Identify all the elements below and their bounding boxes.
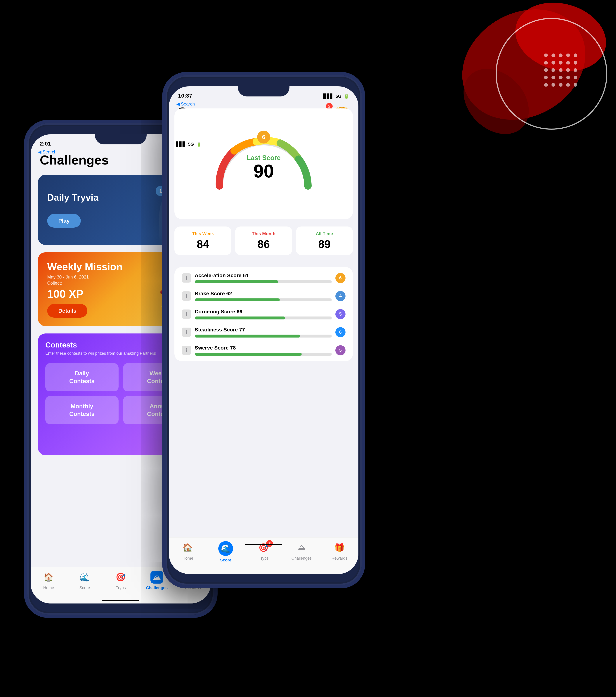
swerve-fill xyxy=(195,353,302,356)
nav-item-score[interactable]: 🌊 Score xyxy=(74,570,96,590)
this-week-value: 84 xyxy=(178,238,228,251)
score-gauge-container: 6 Last Score 90 xyxy=(175,108,353,219)
left-notch xyxy=(95,134,147,145)
right-status-icons: ▋▋▋ 5G 🔋 xyxy=(324,94,349,99)
swerve-icon: ℹ xyxy=(182,346,191,355)
acceleration-score-item: ℹ Acceleration Score 61 6 xyxy=(182,272,346,283)
daily-tryvia-title: Daily Tryvia xyxy=(47,192,143,203)
nav-home-label: Home xyxy=(43,585,54,590)
brake-fill xyxy=(195,298,280,301)
right-nav-challenges[interactable]: ⛰ Challenges xyxy=(290,541,313,561)
nav-challenges-icon: ⛰ xyxy=(150,570,163,583)
nav-challenges-label: Challenges xyxy=(146,585,168,590)
right-nav-score-label: Score xyxy=(220,558,231,563)
metric-this-month: This Month 86 xyxy=(235,226,292,255)
metric-this-week: This Week 84 xyxy=(175,226,231,255)
weekly-mission-xp: 100 XP xyxy=(47,287,148,300)
right-phone: 10:37 ▋▋▋ 5G 🔋 ◀ Search Score ✉ 2 🏆 xyxy=(162,72,365,588)
steadiness-icon: ℹ xyxy=(182,328,191,337)
this-week-label: This Week xyxy=(178,231,228,236)
acceleration-icon: ℹ xyxy=(182,273,191,283)
right-time: 10:37 xyxy=(178,93,192,99)
nav-tryps-label: Tryps xyxy=(116,585,126,590)
cornering-badge: 5 xyxy=(335,309,346,319)
right-nav-home-icon: 🏠 xyxy=(181,541,194,554)
right-nav-home-label: Home xyxy=(182,556,193,561)
svg-point-5 xyxy=(559,54,562,57)
details-button[interactable]: Details xyxy=(47,304,87,317)
right-notch xyxy=(238,86,289,97)
right-battery-icon: 🔋 xyxy=(344,94,349,99)
monthly-contests-button[interactable]: MonthlyContests xyxy=(45,396,119,424)
steadiness-info: Steadiness Score 77 xyxy=(195,327,332,338)
svg-point-12 xyxy=(574,61,577,64)
cornering-track xyxy=(195,316,332,320)
right-nav-score-icon: 🌊 xyxy=(218,541,233,556)
right-phone-screen: 10:37 ▋▋▋ 5G 🔋 ◀ Search Score ✉ 2 🏆 xyxy=(169,86,358,574)
svg-point-19 xyxy=(552,76,555,79)
svg-point-24 xyxy=(552,83,555,87)
right-signal-icon: ▋▋▋ xyxy=(324,94,333,99)
weekly-mission-title: Weekly Mission xyxy=(47,261,148,272)
swerve-badge: 5 xyxy=(335,345,346,355)
cornering-info: Cornering Score 66 xyxy=(195,309,332,320)
nav-tryps-icon: 🎯 xyxy=(114,570,127,583)
svg-point-16 xyxy=(566,68,570,72)
swerve-score-item: ℹ Swerve Score 78 5 xyxy=(182,345,346,356)
right-nav-challenges-icon: ⛰ xyxy=(295,541,308,554)
svg-point-6 xyxy=(566,54,570,57)
right-nav-score[interactable]: 🌊 Score xyxy=(215,541,237,563)
metric-all-time: All Time 89 xyxy=(296,226,353,255)
nav-item-tryps[interactable]: 🎯 Tryps xyxy=(110,570,132,590)
right-nav-tryps-label: Tryps xyxy=(259,556,269,561)
score-metrics: This Week 84 This Month 86 All Time 89 xyxy=(175,226,353,255)
svg-point-11 xyxy=(566,61,570,64)
left-network-label: 5G xyxy=(188,142,194,147)
left-page-title: Challenges xyxy=(40,153,109,167)
acceleration-badge: 6 xyxy=(335,273,346,283)
right-nav-home[interactable]: 🏠 Home xyxy=(177,541,199,561)
daily-contests-button[interactable]: DailyContests xyxy=(45,363,119,391)
brake-info: Brake Score 62 xyxy=(195,291,332,301)
svg-point-7 xyxy=(574,54,577,57)
nav-item-home[interactable]: 🏠 Home xyxy=(37,570,60,590)
daily-tryvia-card-left: Daily Tryvia Play xyxy=(38,185,152,235)
svg-point-2 xyxy=(451,56,542,147)
acceleration-info: Acceleration Score 61 xyxy=(195,272,332,283)
right-bottom-nav: 🏠 Home 🌊 Score 🎯 Tryps 3 ⛰ Challenges 🎁 … xyxy=(169,537,358,574)
steadiness-track xyxy=(195,335,332,338)
gauge-center-text: Last Score 90 xyxy=(247,154,281,180)
svg-point-0 xyxy=(442,0,605,142)
svg-point-8 xyxy=(544,61,548,64)
brake-score-item: ℹ Brake Score 62 4 xyxy=(182,291,346,301)
svg-point-17 xyxy=(574,68,577,72)
brake-track xyxy=(195,298,332,301)
left-home-indicator xyxy=(102,600,139,601)
svg-point-9 xyxy=(552,61,555,64)
this-month-value: 86 xyxy=(239,238,288,251)
svg-point-18 xyxy=(544,76,548,79)
all-time-value: 89 xyxy=(300,238,349,251)
red-decoration xyxy=(358,0,616,258)
this-month-label: This Month xyxy=(239,231,288,236)
right-nav-rewards[interactable]: 🎁 Rewards xyxy=(328,541,350,561)
svg-point-20 xyxy=(559,76,562,79)
nav-score-icon: 🌊 xyxy=(78,570,91,583)
cornering-fill xyxy=(195,316,285,320)
level-badge: 6 xyxy=(257,131,270,144)
play-button[interactable]: Play xyxy=(47,214,81,227)
swerve-track xyxy=(195,353,332,356)
svg-point-15 xyxy=(559,68,562,72)
svg-point-28 xyxy=(496,18,607,129)
brake-icon: ℹ xyxy=(182,292,191,301)
gauge-wrapper: 6 Last Score 90 xyxy=(208,131,319,193)
swerve-info: Swerve Score 78 xyxy=(195,345,332,356)
right-home-indicator xyxy=(245,544,282,545)
acceleration-name-score: Acceleration Score 61 xyxy=(195,272,332,279)
left-signal-icon: ▋▋▋ xyxy=(176,142,186,147)
svg-point-26 xyxy=(566,83,570,87)
right-nav-rewards-label: Rewards xyxy=(331,556,348,561)
svg-point-10 xyxy=(559,61,562,64)
right-nav-challenges-label: Challenges xyxy=(291,556,312,561)
svg-point-23 xyxy=(544,83,548,87)
